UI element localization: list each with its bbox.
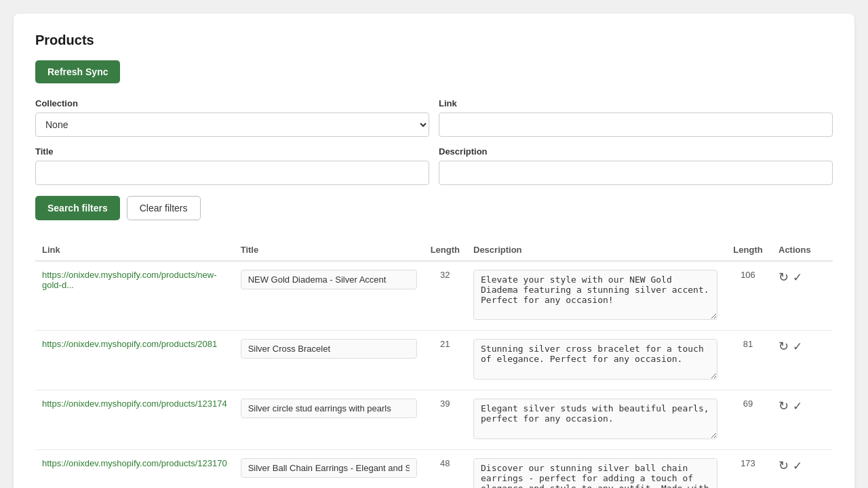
description-filter-group: Description (439, 146, 833, 185)
cell-actions: ↻✓ (772, 331, 833, 390)
clear-filters-button[interactable]: Clear filters (127, 196, 201, 220)
cell-description (467, 261, 724, 331)
cell-desc-length: 81 (724, 331, 772, 390)
product-link[interactable]: https://onixdev.myshopify.com/products/1… (42, 458, 227, 468)
search-filters-button[interactable]: Search filters (35, 196, 120, 220)
link-filter-group: Link (439, 98, 833, 137)
title-filter-input[interactable] (35, 161, 429, 185)
description-textarea[interactable] (473, 270, 717, 320)
cell-actions: ↻✓ (772, 390, 833, 450)
cell-description (467, 390, 724, 450)
cell-title-length: 32 (424, 261, 467, 331)
confirm-icon[interactable]: ✓ (793, 399, 802, 413)
col-header-title: Title (234, 239, 424, 261)
description-filter-input[interactable] (439, 161, 833, 185)
product-link[interactable]: https://onixdev.myshopify.com/products/1… (42, 399, 227, 409)
table-row: https://onixdev.myshopify.com/products/2… (35, 331, 833, 390)
cell-title (234, 331, 424, 390)
description-textarea[interactable] (473, 339, 717, 380)
table-body: https://onixdev.myshopify.com/products/n… (35, 261, 833, 488)
refresh-icon[interactable]: ↻ (778, 458, 789, 473)
title-filter-group: Title (35, 146, 429, 185)
product-link[interactable]: https://onixdev.myshopify.com/products/2… (42, 339, 217, 349)
cell-desc-length: 173 (724, 450, 772, 489)
refresh-icon[interactable]: ↻ (778, 270, 789, 285)
page-title: Products (35, 33, 833, 48)
collection-label: Collection (35, 98, 429, 108)
cell-description (467, 450, 724, 489)
link-filter-input[interactable] (439, 113, 833, 137)
collection-select[interactable]: None Earrings Bracelets Necklaces (35, 113, 429, 137)
cell-desc-length: 69 (724, 390, 772, 450)
col-header-title-length: Length (424, 239, 467, 261)
refresh-icon[interactable]: ↻ (778, 399, 789, 413)
description-textarea[interactable] (473, 399, 717, 439)
cell-title-length: 39 (424, 390, 467, 450)
title-input[interactable] (241, 270, 417, 289)
product-link[interactable]: https://onixdev.myshopify.com/products/n… (42, 270, 216, 290)
cell-link: https://onixdev.myshopify.com/products/1… (35, 390, 234, 450)
cell-link: https://onixdev.myshopify.com/products/1… (35, 450, 234, 489)
link-filter-label: Link (439, 98, 833, 108)
col-header-actions: Actions (772, 239, 833, 261)
col-header-desc-length: Length (724, 239, 772, 261)
refresh-icon[interactable]: ↻ (778, 339, 789, 354)
products-table-wrapper: Link Title Length Description Length Act… (35, 239, 833, 488)
cell-actions: ↻✓ (772, 450, 833, 489)
table-row: https://onixdev.myshopify.com/products/1… (35, 450, 833, 489)
filter-actions: Search filters Clear filters (35, 196, 833, 220)
collection-filter-group: Collection None Earrings Bracelets Neckl… (35, 98, 429, 137)
title-input[interactable] (241, 339, 417, 359)
refresh-sync-button[interactable]: Refresh Sync (35, 60, 120, 83)
table-row: https://onixdev.myshopify.com/products/1… (35, 390, 833, 450)
description-filter-label: Description (439, 146, 833, 157)
table-row: https://onixdev.myshopify.com/products/n… (35, 261, 833, 331)
title-filter-label: Title (35, 146, 429, 157)
title-input[interactable] (241, 458, 417, 478)
description-textarea[interactable] (473, 458, 717, 488)
confirm-icon[interactable]: ✓ (793, 270, 802, 285)
cell-title-length: 48 (424, 450, 467, 489)
col-header-link: Link (35, 239, 234, 261)
filters-grid: Collection None Earrings Bracelets Neckl… (35, 98, 833, 185)
cell-title (234, 390, 424, 450)
cell-link: https://onixdev.myshopify.com/products/2… (35, 331, 234, 390)
col-header-description: Description (467, 239, 724, 261)
cell-desc-length: 106 (724, 261, 772, 331)
cell-link: https://onixdev.myshopify.com/products/n… (35, 261, 234, 331)
table-header-row: Link Title Length Description Length Act… (35, 239, 833, 261)
confirm-icon[interactable]: ✓ (793, 340, 802, 354)
products-page: Products Refresh Sync Collection None Ea… (14, 14, 854, 488)
cell-actions: ↻✓ (772, 261, 833, 331)
confirm-icon[interactable]: ✓ (793, 459, 802, 473)
title-input[interactable] (241, 399, 417, 418)
cell-description (467, 331, 724, 390)
cell-title (234, 261, 424, 331)
products-table: Link Title Length Description Length Act… (35, 239, 833, 488)
cell-title-length: 21 (424, 331, 467, 390)
cell-title (234, 450, 424, 489)
